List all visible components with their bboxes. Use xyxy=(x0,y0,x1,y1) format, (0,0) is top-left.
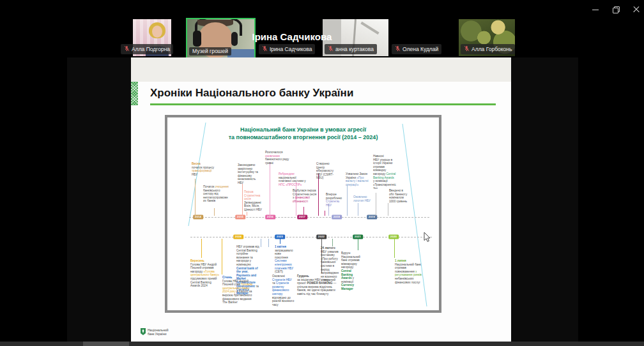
timeline-event: Розпочалося оновлення банкнотного ряду г… xyxy=(265,151,296,165)
no-video-display-name: Ірина Садчикова xyxy=(252,31,332,42)
taskbar-app-indicator[interactable] xyxy=(83,342,129,346)
muted-mic-icon xyxy=(262,45,268,53)
timeline-connector xyxy=(268,239,269,247)
slide-top-band xyxy=(131,57,511,82)
participant-tile-2[interactable]: Музей грошей xyxy=(187,19,254,57)
muted-mic-icon xyxy=(464,45,470,53)
participant-name-label: анна куртакова xyxy=(325,44,377,55)
timeline-event: Відбулася перша Стратегічна сесія з фіна… xyxy=(293,189,318,203)
participant-tile-1[interactable]: Алла Подгорна xyxy=(119,19,171,56)
participant-tile-3[interactable]: Ірина Садчикова Ірина Садчикова xyxy=(257,19,319,56)
close-icon xyxy=(632,6,640,13)
timeline-event: Перша Стратегічна сесіяЗатверджені Візія… xyxy=(244,190,266,212)
timeline-year-badge: 2020 xyxy=(388,235,399,239)
restore-icon xyxy=(613,6,620,13)
participant-tile-5[interactable]: Олена Кудлай xyxy=(390,19,455,56)
timeline-connector xyxy=(376,193,376,216)
shared-slide: Хроніки Національного банку України Наці… xyxy=(131,57,511,342)
timeline-event: Оновлені Стратегія НБУ та Стратегія розв… xyxy=(272,275,295,306)
mouse-cursor xyxy=(424,232,431,243)
timeline-event: Створено Центр кіберзахисту НБУ (CSIRT-N… xyxy=(316,162,338,180)
timeline-year-badge: 2015 xyxy=(235,215,245,220)
timeline-axis xyxy=(189,217,429,218)
timeline-connector xyxy=(332,239,333,246)
timeline-connector xyxy=(388,203,388,216)
timeline-chart-frame: Національний банк України в умовах агрес… xyxy=(165,115,441,313)
participant-tile-6[interactable]: Алла Горбоконь xyxy=(459,19,515,56)
window-close-button[interactable] xyxy=(626,1,644,18)
timeline-event: Веснапочаток процесу трансформації НБУ xyxy=(192,162,215,176)
window-minimize-button[interactable] xyxy=(585,1,606,18)
timeline-connector xyxy=(358,203,358,216)
timeline-event: 1 липняНаціональний банк отримав повнова… xyxy=(395,259,425,284)
timeline-connector xyxy=(347,185,348,216)
timeline-year-badge: 2024 xyxy=(233,235,243,239)
timeline-event: Вдруге Національний банк отримав міжнаро… xyxy=(341,252,363,291)
timeline-event: Груденьза ініціативи НБУ створений проєк… xyxy=(297,275,339,296)
participant-name-label: Олена Кудлай xyxy=(392,44,441,55)
timeline-event: Законодавчо закріплено інституційну та ф… xyxy=(238,163,259,185)
timeline-connector xyxy=(303,207,304,216)
timeline-event: Вперше розроблено Стратегію НБУ xyxy=(326,193,346,207)
timeline-connector xyxy=(242,184,243,216)
timeline-connector xyxy=(247,212,247,216)
participant-tile-4[interactable]: анна куртакова xyxy=(323,19,388,56)
timeline-event: Початок очищення банківського сектору ві… xyxy=(203,185,229,203)
timeline-year-badge: 2017 xyxy=(297,215,307,220)
timeline-event: НавесніНБУ уперше в історії України отри… xyxy=(373,154,396,190)
timeline-event: ВересеньГолова НБУ Андрій Пишний отримав… xyxy=(190,259,221,288)
nbu-logo-text: Національний банк України xyxy=(148,328,169,336)
chart-title: Національний банк України в умовах агрес… xyxy=(167,126,439,141)
timeline-connector xyxy=(358,239,358,250)
timeline-event: Введено в обіг банкноту номіналом 1000 г… xyxy=(389,189,408,203)
nbu-emblem-icon xyxy=(141,328,146,335)
participant-name-label: Алла Подгорна xyxy=(121,44,173,55)
timeline-connector xyxy=(214,208,215,216)
participant-name-label: Ірина Садчикова xyxy=(259,44,315,55)
participant-name-label: Алла Горбоконь xyxy=(461,44,515,55)
timeline-connector xyxy=(270,162,270,216)
timeline-event: СіченьГолова НБУ Андрій Пишний став Голо… xyxy=(222,276,253,305)
timeline-connector xyxy=(201,239,202,258)
timeline-event: Ухвалено Закон України «Про валюту і вал… xyxy=(346,172,370,186)
timeline-connector xyxy=(222,239,222,275)
taskbar-strip xyxy=(0,342,644,346)
timeline-year-badge: 2018 xyxy=(332,215,342,220)
muted-mic-icon xyxy=(124,45,130,53)
timeline-connector xyxy=(394,239,395,258)
timeline-event: Оновлено логотип НБУ xyxy=(353,195,372,202)
timeline-event: Ребрендинг національної платіжної систем… xyxy=(279,172,308,186)
window-restore-button[interactable] xyxy=(606,1,626,18)
participant-name-label: Музей грошей xyxy=(189,47,231,56)
timeline-connector xyxy=(195,179,195,216)
muted-mic-icon xyxy=(328,45,334,53)
timeline-connector xyxy=(325,211,325,216)
timeline-year-badge: 2016 xyxy=(265,215,275,220)
minimize-icon xyxy=(592,10,599,10)
timeline-connector xyxy=(280,239,280,244)
slide-title: Хроніки Національного банку України xyxy=(150,87,353,100)
timeline-connector xyxy=(261,239,261,247)
nbu-logo: Національний банк України xyxy=(141,328,169,336)
timeline-event: 1 квітнязапрацювало нове покоління Систе… xyxy=(275,245,294,274)
slide-green-pattern-decoration xyxy=(131,82,138,105)
timeline-chart: Національний банк України в умовах агрес… xyxy=(167,117,439,310)
muted-mic-icon xyxy=(395,45,401,53)
slide-title-underline xyxy=(150,103,496,105)
